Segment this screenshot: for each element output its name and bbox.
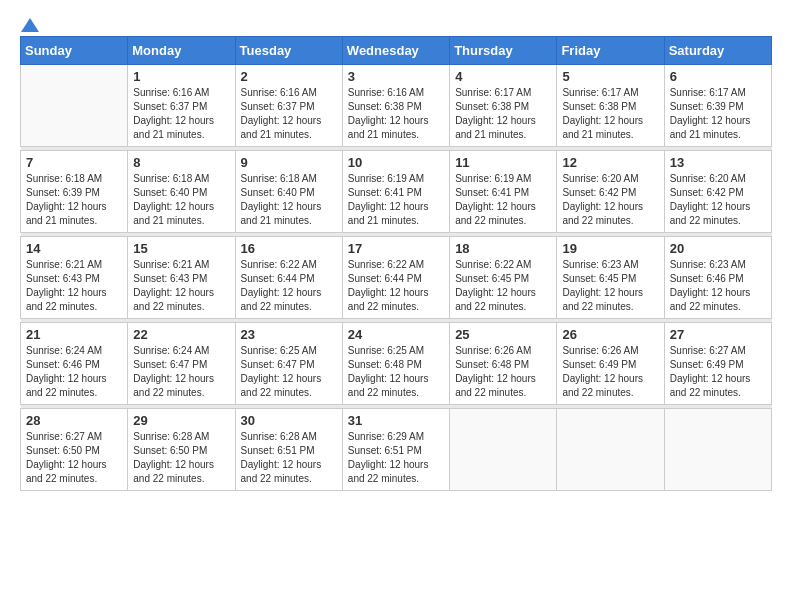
day-number: 10 [348,155,444,170]
day-number: 14 [26,241,122,256]
calendar-cell: 16Sunrise: 6:22 AMSunset: 6:44 PMDayligh… [235,237,342,319]
day-info: Sunrise: 6:25 AMSunset: 6:47 PMDaylight:… [241,344,337,400]
calendar-cell: 12Sunrise: 6:20 AMSunset: 6:42 PMDayligh… [557,151,664,233]
day-number: 24 [348,327,444,342]
day-number: 11 [455,155,551,170]
day-number: 28 [26,413,122,428]
day-info: Sunrise: 6:28 AMSunset: 6:51 PMDaylight:… [241,430,337,486]
calendar-cell: 21Sunrise: 6:24 AMSunset: 6:46 PMDayligh… [21,323,128,405]
day-number: 23 [241,327,337,342]
day-info: Sunrise: 6:16 AMSunset: 6:38 PMDaylight:… [348,86,444,142]
day-info: Sunrise: 6:18 AMSunset: 6:40 PMDaylight:… [241,172,337,228]
day-number: 5 [562,69,658,84]
day-info: Sunrise: 6:20 AMSunset: 6:42 PMDaylight:… [562,172,658,228]
day-number: 27 [670,327,766,342]
day-info: Sunrise: 6:22 AMSunset: 6:44 PMDaylight:… [348,258,444,314]
calendar-cell: 19Sunrise: 6:23 AMSunset: 6:45 PMDayligh… [557,237,664,319]
day-number: 13 [670,155,766,170]
day-number: 3 [348,69,444,84]
calendar-cell [557,409,664,491]
day-info: Sunrise: 6:22 AMSunset: 6:44 PMDaylight:… [241,258,337,314]
calendar-week-row: 1Sunrise: 6:16 AMSunset: 6:37 PMDaylight… [21,65,772,147]
calendar-table: SundayMondayTuesdayWednesdayThursdayFrid… [20,36,772,491]
day-info: Sunrise: 6:27 AMSunset: 6:50 PMDaylight:… [26,430,122,486]
day-info: Sunrise: 6:20 AMSunset: 6:42 PMDaylight:… [670,172,766,228]
calendar-cell: 28Sunrise: 6:27 AMSunset: 6:50 PMDayligh… [21,409,128,491]
day-info: Sunrise: 6:25 AMSunset: 6:48 PMDaylight:… [348,344,444,400]
day-number: 2 [241,69,337,84]
day-info: Sunrise: 6:19 AMSunset: 6:41 PMDaylight:… [455,172,551,228]
calendar-cell [664,409,771,491]
calendar-cell [21,65,128,147]
column-header-tuesday: Tuesday [235,37,342,65]
day-info: Sunrise: 6:18 AMSunset: 6:39 PMDaylight:… [26,172,122,228]
calendar-cell: 20Sunrise: 6:23 AMSunset: 6:46 PMDayligh… [664,237,771,319]
day-number: 15 [133,241,229,256]
calendar-cell: 27Sunrise: 6:27 AMSunset: 6:49 PMDayligh… [664,323,771,405]
calendar-cell: 31Sunrise: 6:29 AMSunset: 6:51 PMDayligh… [342,409,449,491]
column-header-saturday: Saturday [664,37,771,65]
calendar-cell: 22Sunrise: 6:24 AMSunset: 6:47 PMDayligh… [128,323,235,405]
calendar-cell: 14Sunrise: 6:21 AMSunset: 6:43 PMDayligh… [21,237,128,319]
day-number: 9 [241,155,337,170]
day-info: Sunrise: 6:24 AMSunset: 6:47 PMDaylight:… [133,344,229,400]
day-info: Sunrise: 6:21 AMSunset: 6:43 PMDaylight:… [133,258,229,314]
day-number: 17 [348,241,444,256]
calendar-cell: 24Sunrise: 6:25 AMSunset: 6:48 PMDayligh… [342,323,449,405]
calendar-cell: 1Sunrise: 6:16 AMSunset: 6:37 PMDaylight… [128,65,235,147]
day-info: Sunrise: 6:17 AMSunset: 6:39 PMDaylight:… [670,86,766,142]
day-number: 16 [241,241,337,256]
calendar-week-row: 14Sunrise: 6:21 AMSunset: 6:43 PMDayligh… [21,237,772,319]
calendar-cell [450,409,557,491]
day-info: Sunrise: 6:16 AMSunset: 6:37 PMDaylight:… [241,86,337,142]
day-info: Sunrise: 6:16 AMSunset: 6:37 PMDaylight:… [133,86,229,142]
column-header-wednesday: Wednesday [342,37,449,65]
page-header [20,20,772,28]
calendar-cell: 18Sunrise: 6:22 AMSunset: 6:45 PMDayligh… [450,237,557,319]
day-info: Sunrise: 6:18 AMSunset: 6:40 PMDaylight:… [133,172,229,228]
calendar-cell: 10Sunrise: 6:19 AMSunset: 6:41 PMDayligh… [342,151,449,233]
day-number: 30 [241,413,337,428]
day-info: Sunrise: 6:23 AMSunset: 6:45 PMDaylight:… [562,258,658,314]
day-number: 1 [133,69,229,84]
column-header-thursday: Thursday [450,37,557,65]
calendar-cell: 6Sunrise: 6:17 AMSunset: 6:39 PMDaylight… [664,65,771,147]
day-info: Sunrise: 6:28 AMSunset: 6:50 PMDaylight:… [133,430,229,486]
calendar-cell: 13Sunrise: 6:20 AMSunset: 6:42 PMDayligh… [664,151,771,233]
day-number: 20 [670,241,766,256]
day-number: 31 [348,413,444,428]
calendar-cell: 4Sunrise: 6:17 AMSunset: 6:38 PMDaylight… [450,65,557,147]
day-number: 21 [26,327,122,342]
column-header-sunday: Sunday [21,37,128,65]
calendar-cell: 2Sunrise: 6:16 AMSunset: 6:37 PMDaylight… [235,65,342,147]
calendar-week-row: 21Sunrise: 6:24 AMSunset: 6:46 PMDayligh… [21,323,772,405]
day-info: Sunrise: 6:24 AMSunset: 6:46 PMDaylight:… [26,344,122,400]
day-info: Sunrise: 6:17 AMSunset: 6:38 PMDaylight:… [562,86,658,142]
day-number: 19 [562,241,658,256]
day-info: Sunrise: 6:17 AMSunset: 6:38 PMDaylight:… [455,86,551,142]
column-header-friday: Friday [557,37,664,65]
calendar-cell: 29Sunrise: 6:28 AMSunset: 6:50 PMDayligh… [128,409,235,491]
day-info: Sunrise: 6:26 AMSunset: 6:49 PMDaylight:… [562,344,658,400]
calendar-cell: 7Sunrise: 6:18 AMSunset: 6:39 PMDaylight… [21,151,128,233]
calendar-cell: 30Sunrise: 6:28 AMSunset: 6:51 PMDayligh… [235,409,342,491]
calendar-cell: 17Sunrise: 6:22 AMSunset: 6:44 PMDayligh… [342,237,449,319]
svg-marker-0 [21,18,39,32]
calendar-header-row: SundayMondayTuesdayWednesdayThursdayFrid… [21,37,772,65]
day-number: 8 [133,155,229,170]
day-number: 12 [562,155,658,170]
calendar-cell: 9Sunrise: 6:18 AMSunset: 6:40 PMDaylight… [235,151,342,233]
day-info: Sunrise: 6:27 AMSunset: 6:49 PMDaylight:… [670,344,766,400]
day-number: 26 [562,327,658,342]
day-info: Sunrise: 6:22 AMSunset: 6:45 PMDaylight:… [455,258,551,314]
day-info: Sunrise: 6:26 AMSunset: 6:48 PMDaylight:… [455,344,551,400]
calendar-cell: 25Sunrise: 6:26 AMSunset: 6:48 PMDayligh… [450,323,557,405]
calendar-week-row: 28Sunrise: 6:27 AMSunset: 6:50 PMDayligh… [21,409,772,491]
day-number: 25 [455,327,551,342]
logo [20,20,39,28]
day-number: 22 [133,327,229,342]
day-info: Sunrise: 6:21 AMSunset: 6:43 PMDaylight:… [26,258,122,314]
calendar-cell: 26Sunrise: 6:26 AMSunset: 6:49 PMDayligh… [557,323,664,405]
calendar-cell: 15Sunrise: 6:21 AMSunset: 6:43 PMDayligh… [128,237,235,319]
calendar-week-row: 7Sunrise: 6:18 AMSunset: 6:39 PMDaylight… [21,151,772,233]
